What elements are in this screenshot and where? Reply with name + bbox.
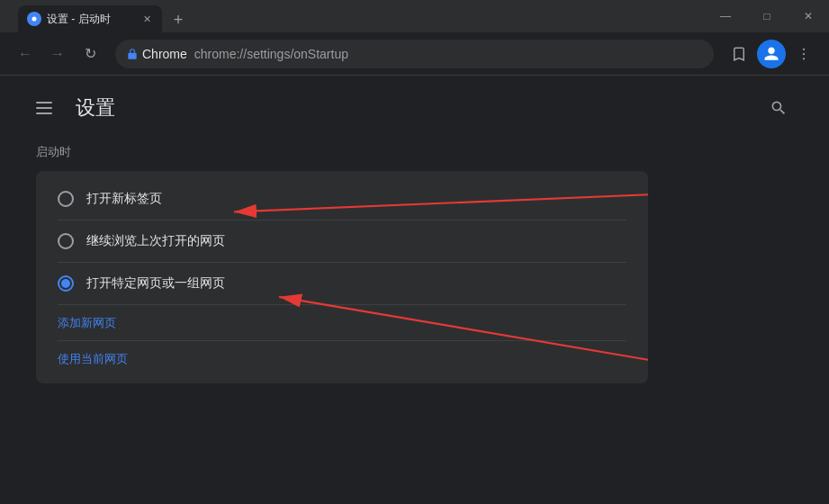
svg-point-1: [803, 48, 805, 50]
add-new-row: 添加新网页: [36, 305, 648, 340]
address-bar[interactable]: Chrome chrome://settings/onStartup: [115, 40, 714, 68]
profile-button[interactable]: [757, 40, 786, 68]
back-button[interactable]: ←: [11, 40, 40, 68]
navbar: ← → ↻ Chrome chrome://settings/onStartup: [0, 32, 829, 76]
tab-close-button[interactable]: ✕: [139, 11, 155, 27]
hamburger-line-3: [36, 112, 52, 114]
settings-header: 设置: [36, 94, 793, 122]
settings-page-title: 设置: [76, 94, 115, 122]
reload-button[interactable]: ↻: [76, 40, 104, 68]
option-new-tab-row[interactable]: 打开新标签页: [36, 178, 648, 220]
maximize-button[interactable]: □: [746, 0, 788, 32]
option-continue-row[interactable]: 继续浏览上次打开的网页: [36, 220, 648, 262]
svg-point-2: [803, 52, 805, 54]
chrome-brand: Chrome: [142, 47, 187, 61]
close-button[interactable]: ✕: [788, 0, 829, 32]
bookmark-button[interactable]: [725, 40, 753, 68]
url-display: chrome://settings/onStartup: [194, 47, 348, 61]
titlebar: 设置 - 启动时 ✕ + — □ ✕: [0, 0, 829, 32]
settings-main: 设置 启动时 打开新标签页: [0, 76, 829, 504]
lock-icon: Chrome: [126, 47, 187, 61]
settings-header-left: 设置: [36, 94, 115, 122]
menu-button[interactable]: [789, 40, 818, 68]
hamburger-line-1: [36, 102, 52, 104]
use-current-row: 使用当前网页: [36, 341, 648, 376]
startup-options-card: 打开新标签页 继续浏览上次打开的网页 打开特定网页或一组网页: [36, 171, 648, 383]
section-label: 启动时: [36, 144, 793, 160]
option-continue-label: 继续浏览上次打开的网页: [86, 233, 225, 249]
hamburger-menu-button[interactable]: [36, 95, 61, 121]
option-new-tab-label: 打开新标签页: [86, 191, 162, 207]
titlebar-controls: — □ ✕: [705, 0, 829, 32]
add-new-link[interactable]: 添加新网页: [58, 316, 116, 329]
tab-area: 设置 - 启动时 ✕ +: [18, 0, 191, 32]
option-new-tab-radio[interactable]: [58, 191, 74, 207]
navbar-right: [725, 40, 818, 68]
radio-inner-dot: [61, 279, 70, 288]
use-current-link[interactable]: 使用当前网页: [58, 352, 128, 365]
active-tab[interactable]: 设置 - 启动时 ✕: [18, 5, 162, 32]
option-specific-label: 打开特定网页或一组网页: [86, 275, 225, 292]
tab-favicon: [27, 12, 41, 26]
option-specific-radio[interactable]: [58, 275, 74, 292]
startup-section: 启动时 打开新标签页 继续浏览上次打开的网页: [36, 144, 793, 383]
option-continue-radio[interactable]: [58, 233, 74, 249]
new-tab-button[interactable]: +: [166, 7, 191, 32]
settings-container: 设置 启动时 打开新标签页: [0, 76, 829, 504]
settings-search-button[interactable]: [764, 94, 793, 122]
svg-point-3: [803, 58, 805, 59]
svg-point-0: [32, 17, 37, 22]
hamburger-line-2: [36, 107, 52, 109]
option-specific-row[interactable]: 打开特定网页或一组网页: [36, 263, 648, 304]
forward-button[interactable]: →: [43, 40, 72, 68]
tab-title: 设置 - 启动时: [47, 12, 111, 27]
minimize-button[interactable]: —: [705, 0, 746, 32]
